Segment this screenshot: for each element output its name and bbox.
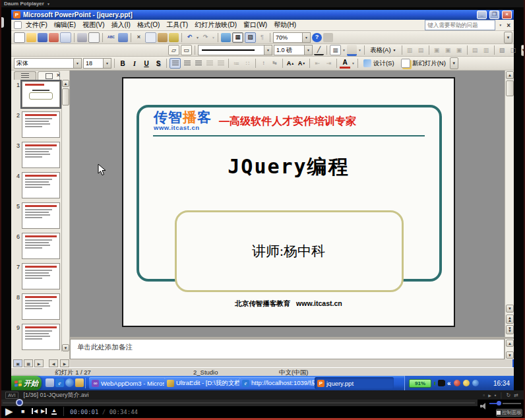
previous-icon[interactable]: ◀	[32, 408, 38, 414]
zoom-combobox[interactable]: 70%▼	[273, 32, 311, 43]
thumbnail-preview[interactable]	[22, 263, 60, 289]
slide-footer[interactable]: 北京传智播客教育 www.itcast.cn	[123, 299, 454, 309]
distribute-rows-icon[interactable]: ▤	[470, 45, 480, 55]
slide-title[interactable]: JQuery编程	[123, 154, 454, 181]
thumbnail-preview[interactable]	[22, 172, 60, 198]
close-button[interactable]: ×	[502, 11, 512, 19]
slide-thumbnail-5[interactable]: 5	[13, 202, 63, 229]
border-color-pen-icon[interactable]: ╱	[314, 45, 324, 55]
help-icon[interactable]: ?	[312, 33, 322, 42]
permission-icon[interactable]	[49, 33, 59, 42]
save-icon[interactable]	[38, 33, 47, 42]
fill-color-icon[interactable]	[347, 45, 357, 56]
volume-icon[interactable]	[480, 403, 487, 409]
toolbar-options-icon[interactable]: ▼	[504, 32, 512, 44]
task-localhost[interactable]: e http://localhost:1039/练...	[239, 377, 317, 389]
playlist-item-label[interactable]: [1/36] 01-JQuery简介.avi	[24, 391, 89, 400]
distribute-columns-icon[interactable]: ▥	[481, 45, 491, 55]
font-color-dropdown-icon[interactable]: ▼	[352, 61, 355, 65]
menu-file[interactable]: 文件(F)	[22, 20, 51, 30]
thumbnail-preview[interactable]	[22, 324, 60, 350]
decrease-font-size-icon[interactable]: A▼	[297, 59, 307, 68]
previous-slide-icon[interactable]: ▲▲	[506, 315, 514, 324]
new-slide-button[interactable]: 新幻灯片(N)	[398, 58, 448, 69]
tray-collapse-icon[interactable]: «	[447, 380, 451, 387]
merge-cells-icon[interactable]: ▥	[405, 45, 415, 55]
slide-scrollbar[interactable]: ▲ ▼ ▲▲ ▼▼	[505, 71, 514, 337]
seek-track[interactable]	[3, 402, 475, 404]
thumbnail-preview[interactable]	[22, 233, 60, 259]
hscroll-left-icon[interactable]: ◀	[49, 359, 58, 367]
research-icon[interactable]	[118, 33, 128, 42]
control-panel-button[interactable]: 控制面板	[496, 409, 522, 417]
format-painter-icon[interactable]	[169, 33, 179, 42]
slide-lecturer[interactable]: 讲师:杨中科	[123, 242, 454, 260]
slides-pane-scrollbar[interactable]: ▲ ▼	[61, 80, 69, 351]
volume-thumb[interactable]	[497, 401, 501, 405]
thumbnail-preview[interactable]	[22, 202, 60, 229]
slide-thumbnail-4[interactable]: 4	[13, 172, 63, 198]
font-name-combobox[interactable]: 宋体▼	[14, 58, 82, 69]
seek-thumb[interactable]	[16, 399, 23, 406]
undo-icon[interactable]: ↶	[185, 33, 195, 42]
slide-thumbnail-6[interactable]: 6	[13, 233, 63, 259]
menu-help[interactable]: 帮助(H)	[270, 20, 299, 30]
task-jquery-ppt[interactable]: P jquery.ppt	[315, 377, 394, 389]
slideshow-view-icon[interactable]: ▶	[34, 359, 44, 367]
slide-thumbnail-3[interactable]: 3	[13, 142, 63, 168]
change-text-direction-icon[interactable]: ◫	[509, 45, 518, 55]
show-formatting-icon[interactable]: ¶	[257, 33, 267, 42]
split-cells-icon[interactable]: ▤	[416, 45, 426, 55]
cut-icon[interactable]: ×	[134, 33, 144, 42]
scroll-down-icon[interactable]: ▼	[506, 305, 514, 313]
tables-borders-icon[interactable]: ▨	[245, 32, 256, 43]
slide-tagline[interactable]: —高级软件人才实作培训专家	[219, 115, 356, 129]
clock[interactable]: 16:34	[493, 380, 510, 387]
volume-track[interactable]	[503, 403, 521, 404]
slide-thumbnail-8[interactable]: 8	[13, 293, 63, 320]
open-file-icon[interactable]: ▲	[51, 407, 57, 415]
stop-icon[interactable]: ■	[21, 408, 24, 415]
menu-edit[interactable]: 编辑(E)	[51, 20, 79, 30]
undo-dropdown-icon[interactable]: ▼	[196, 36, 199, 40]
next-slide-icon[interactable]: ▼▼	[506, 325, 514, 334]
print-preview-icon[interactable]	[88, 32, 100, 43]
notes-pane[interactable]: 单击此处添加备注	[70, 339, 505, 359]
tray-flag-icon[interactable]	[454, 380, 460, 386]
redo-icon[interactable]: ↷	[201, 33, 210, 42]
slide-canvas[interactable]: 传智播客 www.itcast.cn —高级软件人才实作培训专家 JQuery编…	[122, 77, 455, 327]
next-icon[interactable]: ▶	[41, 408, 47, 414]
task-ultraedit[interactable]: UltraEdit - [D:\我的文档...	[164, 377, 242, 389]
play-icon[interactable]: ▶	[5, 405, 13, 417]
menu-format[interactable]: 格式(O)	[134, 20, 163, 30]
design-button[interactable]: 设计(S)	[361, 59, 397, 69]
insert-chart-icon[interactable]	[221, 33, 231, 42]
decrease-indent-icon[interactable]: ⇤	[313, 59, 323, 68]
screen-large-icon[interactable]: ▪	[495, 392, 497, 398]
menu-tools[interactable]: 工具(T)	[163, 20, 191, 30]
table-autoformat-icon[interactable]: ▧	[497, 45, 507, 55]
columns-icon[interactable]	[216, 59, 226, 68]
tab-outline[interactable]	[14, 71, 36, 80]
border-dropdown-icon[interactable]: ▼	[342, 48, 346, 52]
slide-thumbnail-1[interactable]: 1	[13, 81, 63, 107]
document-icon[interactable]	[14, 21, 22, 29]
redo-dropdown-icon[interactable]: ▼	[212, 36, 215, 40]
quicklaunch-messenger-icon[interactable]	[65, 378, 74, 387]
notes-scroll-down-icon[interactable]: ▼	[506, 351, 514, 359]
minimize-button[interactable]: _	[477, 11, 487, 19]
distribute-text-icon[interactable]	[204, 59, 214, 68]
tray-update-icon[interactable]	[463, 380, 470, 386]
task-webappdom3[interactable]: ∞ WebAppDom3 - Microsof...	[89, 377, 167, 389]
bold-icon[interactable]: B	[117, 59, 128, 69]
player-titlebar[interactable]: Daum Potplayer ▼	[0, 0, 525, 7]
menu-insert[interactable]: 插入(I)	[108, 20, 133, 30]
table-menu-button[interactable]: 表格(A) ▼	[367, 45, 399, 55]
thumbnail-preview[interactable]	[22, 111, 60, 138]
align-center-icon[interactable]	[182, 59, 192, 68]
battery-indicator[interactable]: 91%	[409, 379, 431, 388]
ppt-titlebar[interactable]: P Microsoft PowerPoint - [jquery.ppt] _ …	[11, 10, 514, 20]
font-size-combobox[interactable]: 18▼	[83, 58, 111, 69]
italic-icon[interactable]: I	[129, 59, 140, 69]
line-spacing-icon[interactable]: ↕	[259, 59, 268, 68]
